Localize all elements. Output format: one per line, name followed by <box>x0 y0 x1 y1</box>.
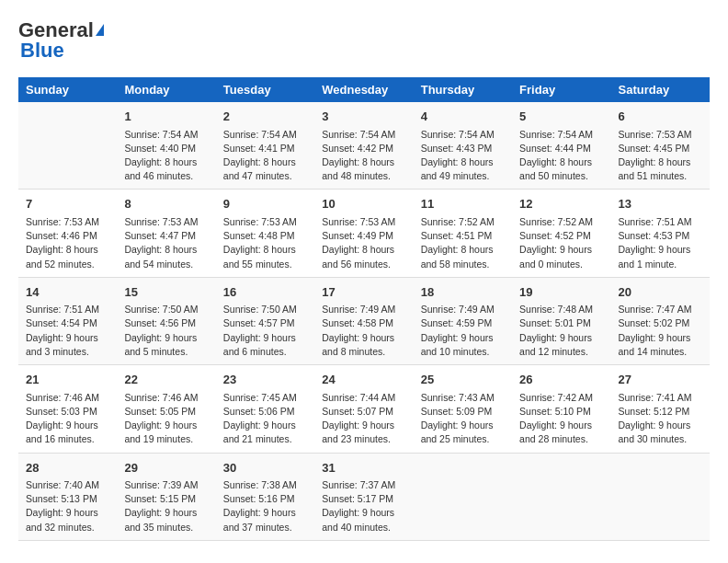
day-info: Sunrise: 7:50 AMSunset: 4:57 PMDaylight:… <box>223 303 307 359</box>
day-number: 4 <box>421 108 505 126</box>
day-number: 6 <box>619 108 702 126</box>
day-number: 21 <box>26 371 109 389</box>
day-cell: 13Sunrise: 7:51 AMSunset: 4:53 PMDayligh… <box>611 190 710 277</box>
day-cell: 19Sunrise: 7:48 AMSunset: 5:01 PMDayligh… <box>512 277 610 364</box>
day-info: Sunrise: 7:42 AMSunset: 5:10 PMDaylight:… <box>519 391 603 447</box>
day-cell <box>414 453 512 540</box>
day-cell: 17Sunrise: 7:49 AMSunset: 4:58 PMDayligh… <box>314 277 413 364</box>
day-cell: 18Sunrise: 7:49 AMSunset: 4:59 PMDayligh… <box>414 277 512 364</box>
day-info: Sunrise: 7:40 AMSunset: 5:13 PMDaylight:… <box>26 478 109 534</box>
column-header-sunday: Sunday <box>18 77 117 102</box>
day-info: Sunrise: 7:53 AMSunset: 4:45 PMDaylight:… <box>619 128 702 184</box>
day-cell: 27Sunrise: 7:41 AMSunset: 5:12 PMDayligh… <box>611 365 710 453</box>
day-info: Sunrise: 7:41 AMSunset: 5:12 PMDaylight:… <box>619 391 702 447</box>
day-cell: 5Sunrise: 7:54 AMSunset: 4:44 PMDaylight… <box>512 102 610 190</box>
day-number: 18 <box>421 283 505 302</box>
day-number: 8 <box>124 195 208 213</box>
day-number: 2 <box>223 108 307 126</box>
day-cell: 8Sunrise: 7:53 AMSunset: 4:47 PMDaylight… <box>117 190 215 277</box>
day-cell: 30Sunrise: 7:38 AMSunset: 5:16 PMDayligh… <box>216 453 314 540</box>
day-info: Sunrise: 7:49 AMSunset: 4:59 PMDaylight:… <box>421 303 505 359</box>
day-info: Sunrise: 7:53 AMSunset: 4:49 PMDaylight:… <box>322 215 405 271</box>
logo: General Blue <box>18 18 104 63</box>
week-row-4: 21Sunrise: 7:46 AMSunset: 5:03 PMDayligh… <box>18 365 710 453</box>
page-header: General Blue <box>18 18 710 63</box>
day-cell: 4Sunrise: 7:54 AMSunset: 4:43 PMDaylight… <box>414 102 512 190</box>
day-cell: 25Sunrise: 7:43 AMSunset: 5:09 PMDayligh… <box>414 365 512 453</box>
day-number: 26 <box>519 371 603 389</box>
day-number: 28 <box>26 459 109 477</box>
column-header-friday: Friday <box>512 77 610 102</box>
day-cell: 6Sunrise: 7:53 AMSunset: 4:45 PMDaylight… <box>611 102 710 190</box>
day-cell: 24Sunrise: 7:44 AMSunset: 5:07 PMDayligh… <box>314 365 413 453</box>
day-info: Sunrise: 7:48 AMSunset: 5:01 PMDaylight:… <box>519 303 603 359</box>
day-cell <box>18 102 117 190</box>
week-row-3: 14Sunrise: 7:51 AMSunset: 4:54 PMDayligh… <box>18 277 710 364</box>
day-number: 27 <box>619 371 702 389</box>
day-info: Sunrise: 7:54 AMSunset: 4:43 PMDaylight:… <box>421 128 505 184</box>
day-info: Sunrise: 7:45 AMSunset: 5:06 PMDaylight:… <box>223 391 307 447</box>
day-info: Sunrise: 7:38 AMSunset: 5:16 PMDaylight:… <box>223 478 307 534</box>
day-info: Sunrise: 7:47 AMSunset: 5:02 PMDaylight:… <box>619 303 702 359</box>
day-number: 29 <box>124 459 208 477</box>
day-number: 3 <box>322 108 405 126</box>
day-info: Sunrise: 7:39 AMSunset: 5:15 PMDaylight:… <box>124 478 208 534</box>
day-info: Sunrise: 7:53 AMSunset: 4:47 PMDaylight:… <box>124 215 208 271</box>
day-cell: 26Sunrise: 7:42 AMSunset: 5:10 PMDayligh… <box>512 365 610 453</box>
day-number: 9 <box>223 195 307 213</box>
day-number: 19 <box>519 283 603 302</box>
day-info: Sunrise: 7:50 AMSunset: 4:56 PMDaylight:… <box>124 303 208 359</box>
day-cell <box>611 453 710 540</box>
day-number: 22 <box>124 371 208 389</box>
day-info: Sunrise: 7:43 AMSunset: 5:09 PMDaylight:… <box>421 391 505 447</box>
day-info: Sunrise: 7:46 AMSunset: 5:05 PMDaylight:… <box>124 391 208 447</box>
day-cell: 10Sunrise: 7:53 AMSunset: 4:49 PMDayligh… <box>314 190 413 277</box>
day-info: Sunrise: 7:53 AMSunset: 4:48 PMDaylight:… <box>223 215 307 271</box>
day-info: Sunrise: 7:54 AMSunset: 4:42 PMDaylight:… <box>322 128 405 184</box>
day-info: Sunrise: 7:54 AMSunset: 4:44 PMDaylight:… <box>519 128 603 184</box>
week-row-2: 7Sunrise: 7:53 AMSunset: 4:46 PMDaylight… <box>18 190 710 277</box>
day-number: 24 <box>322 371 405 389</box>
column-header-saturday: Saturday <box>611 77 710 102</box>
day-number: 31 <box>322 459 405 477</box>
day-cell: 29Sunrise: 7:39 AMSunset: 5:15 PMDayligh… <box>117 453 215 540</box>
day-cell: 7Sunrise: 7:53 AMSunset: 4:46 PMDaylight… <box>18 190 117 277</box>
day-cell: 22Sunrise: 7:46 AMSunset: 5:05 PMDayligh… <box>117 365 215 453</box>
day-cell: 23Sunrise: 7:45 AMSunset: 5:06 PMDayligh… <box>216 365 314 453</box>
day-number: 1 <box>124 108 208 126</box>
day-cell: 16Sunrise: 7:50 AMSunset: 4:57 PMDayligh… <box>216 277 314 364</box>
day-info: Sunrise: 7:53 AMSunset: 4:46 PMDaylight:… <box>26 215 109 271</box>
column-header-wednesday: Wednesday <box>314 77 413 102</box>
day-cell: 11Sunrise: 7:52 AMSunset: 4:51 PMDayligh… <box>414 190 512 277</box>
day-number: 12 <box>519 195 603 213</box>
day-cell: 3Sunrise: 7:54 AMSunset: 4:42 PMDaylight… <box>314 102 413 190</box>
day-number: 15 <box>124 283 208 302</box>
day-info: Sunrise: 7:52 AMSunset: 4:51 PMDaylight:… <box>421 215 505 271</box>
day-cell <box>512 453 610 540</box>
column-header-tuesday: Tuesday <box>216 77 314 102</box>
day-cell: 31Sunrise: 7:37 AMSunset: 5:17 PMDayligh… <box>314 453 413 540</box>
day-info: Sunrise: 7:52 AMSunset: 4:52 PMDaylight:… <box>519 215 603 271</box>
day-cell: 14Sunrise: 7:51 AMSunset: 4:54 PMDayligh… <box>18 277 117 364</box>
day-number: 14 <box>26 283 109 302</box>
day-number: 11 <box>421 195 505 213</box>
logo-blue: Blue <box>20 39 64 62</box>
column-header-monday: Monday <box>117 77 215 102</box>
day-cell: 1Sunrise: 7:54 AMSunset: 4:40 PMDaylight… <box>117 102 215 190</box>
day-cell: 28Sunrise: 7:40 AMSunset: 5:13 PMDayligh… <box>18 453 117 540</box>
day-number: 25 <box>421 371 505 389</box>
day-info: Sunrise: 7:54 AMSunset: 4:41 PMDaylight:… <box>223 128 307 184</box>
calendar-table: SundayMondayTuesdayWednesdayThursdayFrid… <box>18 77 710 541</box>
week-row-1: 1Sunrise: 7:54 AMSunset: 4:40 PMDaylight… <box>18 102 710 190</box>
day-number: 13 <box>619 195 702 213</box>
day-cell: 12Sunrise: 7:52 AMSunset: 4:52 PMDayligh… <box>512 190 610 277</box>
day-cell: 21Sunrise: 7:46 AMSunset: 5:03 PMDayligh… <box>18 365 117 453</box>
week-row-5: 28Sunrise: 7:40 AMSunset: 5:13 PMDayligh… <box>18 453 710 540</box>
day-number: 20 <box>619 283 702 302</box>
day-info: Sunrise: 7:51 AMSunset: 4:53 PMDaylight:… <box>619 215 702 271</box>
day-info: Sunrise: 7:44 AMSunset: 5:07 PMDaylight:… <box>322 391 405 447</box>
day-number: 10 <box>322 195 405 213</box>
day-info: Sunrise: 7:37 AMSunset: 5:17 PMDaylight:… <box>322 478 405 534</box>
day-cell: 20Sunrise: 7:47 AMSunset: 5:02 PMDayligh… <box>611 277 710 364</box>
day-cell: 15Sunrise: 7:50 AMSunset: 4:56 PMDayligh… <box>117 277 215 364</box>
